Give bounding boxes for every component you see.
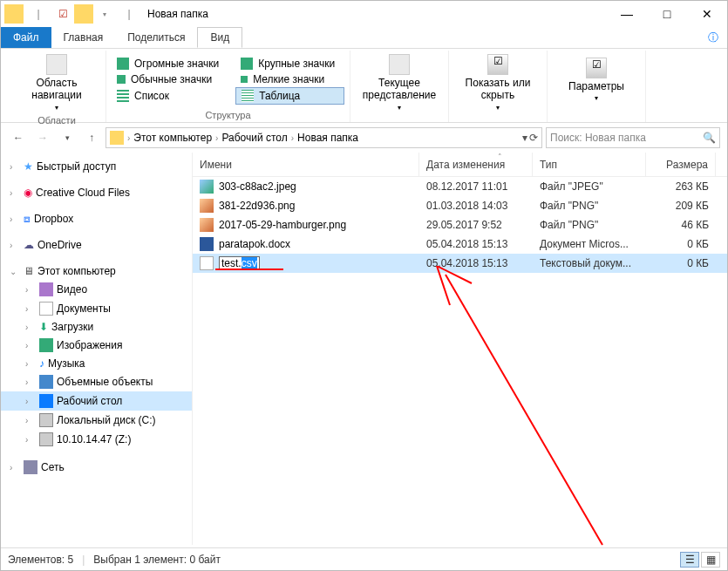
sidebar-item-network-drive[interactable]: ›10.10.14.47 (Z:) [1,430,192,449]
sidebar-item-3d-objects[interactable]: ›Объемные объекты [1,372,192,391]
sidebar-item-images[interactable]: ›Изображения [1,336,192,355]
close-button[interactable]: ✕ [687,1,727,27]
view-list[interactable]: Список [112,88,228,104]
music-icon: ♪ [39,357,44,370]
recent-dropdown[interactable]: ▾ [57,127,78,148]
sidebar-label: Локальный диск (C:) [57,414,156,426]
search-icon[interactable]: 🔍 [703,132,716,144]
tab-home[interactable]: Главная [51,27,116,48]
search-input[interactable]: Поиск: Новая папка 🔍 [546,127,720,148]
sidebar-item-this-pc[interactable]: ⌄🖥Этот компьютер [1,262,192,280]
back-button[interactable]: ← [8,127,29,148]
sidebar-item-local-disk[interactable]: ›Локальный диск (C:) [1,411,192,430]
view-label: Огромные значки [134,58,219,70]
sidebar-label: Creative Cloud Files [36,187,130,199]
tab-share[interactable]: Поделиться [115,27,197,48]
navigation-pane-label: Область навигации [15,77,99,102]
sidebar-item-video[interactable]: ›Видео [1,280,192,299]
sidebar-item-downloads[interactable]: ›⬇Загрузки [1,318,192,336]
file-date: 29.05.2017 9:52 [419,219,533,231]
chevron-down-icon: ▾ [595,94,598,103]
maximize-button[interactable]: □ [647,1,687,27]
file-type: Документ Micros... [533,238,646,250]
tab-file[interactable]: Файл [1,27,51,48]
sidebar-item-network[interactable]: ›Сеть [1,458,192,477]
help-icon[interactable]: ⓘ [699,27,727,48]
navigation-bar: ← → ▾ ↑ › Этот компьютер › Рабочий стол … [1,123,727,153]
options-icon: ☑ [586,58,607,78]
minimize-button[interactable]: — [607,1,647,27]
current-view-icon [389,54,410,75]
sidebar-item-quick-access[interactable]: ›★Быстрый доступ [1,158,192,175]
file-type: Файл "JPEG" [533,180,646,193]
refresh-icon[interactable]: ⟳ [529,132,538,144]
ribbon-group-options: ☑ Параметры▾ [548,51,646,122]
view-small[interactable]: Мелкие значки [235,71,344,87]
properties-icon[interactable]: ☑ [53,4,72,24]
breadcrumb-desktop[interactable]: Рабочий стол [221,132,287,144]
qat-dropdown-icon[interactable]: ▾ [95,4,114,24]
breadcrumb-pc[interactable]: Этот компьютер [133,132,212,144]
view-label: Таблица [259,90,300,102]
images-icon [39,338,53,352]
sidebar-item-creative-cloud[interactable]: ›◉Creative Cloud Files [1,184,192,201]
file-name: paratapok.docx [219,238,290,250]
file-list[interactable]: ˄ Имени Дата изменения Тип Размера 303-c… [193,153,727,545]
documents-icon [39,302,53,316]
ribbon-group-label: Области [13,115,100,127]
file-row[interactable]: paratapok.docx 05.04.2018 15:13 Документ… [193,235,727,254]
status-bar: Элементов: 5 | Выбран 1 элемент: 0 байт … [1,547,727,570]
disk-icon [39,413,53,427]
column-name[interactable]: Имени [193,153,419,176]
sidebar-item-documents[interactable]: ›Документы [1,299,192,318]
file-type: Текстовый докум... [533,257,646,269]
qat-separator: | [29,4,48,24]
3d-icon [39,375,53,389]
sidebar-label: Загрузки [51,321,93,333]
address-bar[interactable]: › Этот компьютер › Рабочий стол › Новая … [105,127,542,148]
sidebar-item-music[interactable]: ›♪Музыка [1,355,192,372]
sidebar-item-desktop[interactable]: ›Рабочий стол [1,391,192,411]
file-size: 209 КБ [646,200,716,212]
content-area: ›★Быстрый доступ ›◉Creative Cloud Files … [1,153,727,545]
file-date: 08.12.2017 11:01 [419,180,533,193]
ribbon-group-layout: Огромные значки Крупные значки Обычные з… [106,51,350,122]
address-dropdown-icon[interactable]: ▾ [522,132,527,144]
ribbon-group-label: Структура [112,110,344,122]
file-row[interactable]: 303-c88ac2.jpeg 08.12.2017 11:01 Файл "J… [193,177,727,196]
column-date[interactable]: Дата изменения [419,153,533,176]
sidebar-item-dropbox[interactable]: ›⧈Dropbox [1,210,192,228]
sidebar-label: Объемные объекты [57,376,153,388]
column-size[interactable]: Размера [646,153,716,176]
chevron-down-icon: ▾ [398,104,401,112]
file-size: 263 КБ [646,180,716,193]
view-label: Список [134,90,169,102]
view-details[interactable]: Таблица [235,87,344,105]
file-row[interactable]: 2017-05-29-hamburger.png 29.05.2017 9:52… [193,215,727,235]
chevron-right-icon[interactable]: › [215,133,218,143]
view-thumbnails-button[interactable]: ▦ [701,552,720,568]
search-placeholder: Поиск: Новая папка [550,132,646,144]
sidebar-label: Музыка [48,357,85,370]
show-hide-button[interactable]: ☑ Показать или скрыть▾ [454,51,541,115]
up-button[interactable]: ↑ [81,127,102,148]
column-type[interactable]: Тип [533,153,646,176]
navigation-pane-button[interactable]: Область навигации ▾ [13,51,100,115]
new-folder-icon[interactable] [74,4,93,24]
chevron-right-icon[interactable]: › [291,133,294,143]
breadcrumb-folder[interactable]: Новая папка [297,132,358,144]
view-large[interactable]: Крупные значки [235,56,344,71]
file-name: 381-22d936.png [219,200,295,212]
tab-view[interactable]: Вид [197,27,242,48]
view-extra-large[interactable]: Огромные значки [112,56,228,71]
current-view-button[interactable]: Текущее представление▾ [356,51,443,115]
options-button[interactable]: ☑ Параметры▾ [553,54,640,106]
file-date: 05.04.2018 15:13 [419,238,533,250]
file-row[interactable]: 381-22d936.png 01.03.2018 14:03 Файл "PN… [193,196,727,215]
sidebar-item-onedrive[interactable]: ›☁OneDrive [1,236,192,254]
view-medium[interactable]: Обычные значки [112,71,228,87]
annotation-arrow [419,266,646,562]
view-details-button[interactable]: ☰ [680,552,699,568]
chevron-right-icon[interactable]: › [127,133,130,143]
forward-button[interactable]: → [32,127,53,148]
